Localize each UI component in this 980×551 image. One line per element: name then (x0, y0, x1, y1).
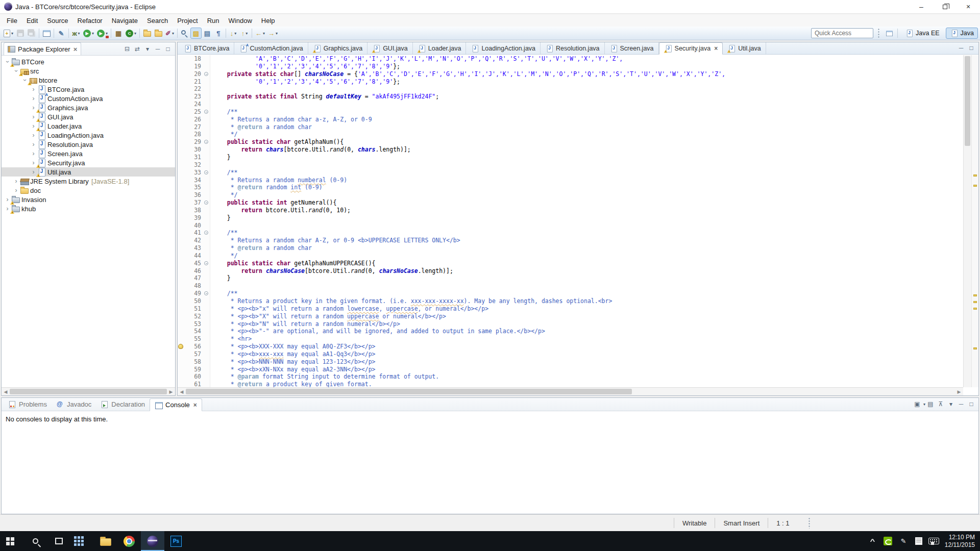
show-whitespace-button[interactable]: ¶ (213, 28, 224, 39)
view-menu-icon[interactable]: ▾ (946, 399, 956, 409)
warning-mark[interactable] (973, 347, 977, 349)
warning-mark[interactable] (973, 308, 977, 310)
pin-console-icon[interactable]: ⊼ (936, 399, 946, 409)
tiles-app-button[interactable] (70, 531, 94, 551)
tree-item-graphics.java[interactable]: ›Graphics.java (2, 103, 175, 112)
scroll-left-icon[interactable]: ◀ (2, 388, 10, 395)
explorer-horizontal-scrollbar[interactable]: ◀ ▶ (2, 387, 175, 395)
editor-tab-util.java[interactable]: Util.java (723, 42, 766, 54)
minimize-window-button[interactable]: – (910, 0, 933, 14)
minimize-view-icon[interactable]: ─ (956, 43, 966, 53)
editor-horizontal-scrollbar[interactable]: ◀ ▶ (178, 387, 963, 395)
tree-item-loadingaction.java[interactable]: ›LoadingAction.java (2, 131, 175, 140)
close-view-icon[interactable]: × (74, 45, 78, 53)
chrome-button[interactable] (117, 531, 141, 551)
print-button[interactable] (41, 28, 52, 39)
chevron-collapsed-icon[interactable]: › (12, 187, 20, 193)
code-editor[interactable]: 18 'A','B','C','D','E','F','G','H','I','… (178, 55, 963, 387)
taskbar-search-button[interactable] (23, 531, 47, 551)
open-perspective-button[interactable] (884, 28, 894, 38)
fold-gutter[interactable] (203, 108, 210, 116)
open-folder-button[interactable] (153, 28, 164, 39)
tree-item-invasion[interactable]: ›Invasion (2, 195, 175, 204)
chevron-collapsed-icon[interactable]: › (30, 95, 37, 102)
tray-expand-button[interactable]: ^ (865, 531, 880, 551)
link-with-editor-icon[interactable]: ⇄ (132, 44, 142, 54)
next-annotation-button[interactable]: ↓▾ (228, 28, 239, 39)
collapse-fold-icon[interactable] (204, 72, 208, 76)
dropdown-arrow-icon[interactable]: ▾ (106, 31, 108, 36)
tree-item-screen.java[interactable]: ›Screen.java (2, 149, 175, 158)
maximize-view-icon[interactable]: □ (966, 399, 976, 409)
scroll-right-icon[interactable]: ▶ (955, 388, 963, 395)
open-console-icon[interactable]: ▣ (912, 399, 922, 409)
dropdown-arrow-icon[interactable]: ▾ (263, 31, 265, 36)
collapse-fold-icon[interactable] (204, 291, 208, 295)
editor-tab-btcore.java[interactable]: BTCore.java (179, 42, 234, 54)
display-selected-console-icon[interactable]: ▤ (925, 399, 936, 409)
menu-run[interactable]: Run (203, 15, 224, 26)
dropdown-arrow-icon[interactable]: ▾ (78, 31, 80, 36)
tree-item-gui.java[interactable]: ›GUI.java (2, 112, 175, 121)
new-java-class-button[interactable]: C▾ (124, 28, 138, 39)
menu-navigate[interactable]: Navigate (107, 15, 142, 26)
menu-window[interactable]: Window (224, 15, 257, 26)
dropdown-arrow-icon[interactable]: ▾ (134, 31, 136, 36)
taskbar-clock[interactable]: 12:10 PM 12/11/2015 (942, 534, 980, 549)
editor-tab-resolution.java[interactable]: Resolution.java (541, 42, 604, 54)
editor-tab-gui.java[interactable]: GUI.java (368, 42, 413, 54)
tree-item-khub[interactable]: ›khub (2, 204, 175, 213)
editor-tab-graphics.java[interactable]: Graphics.java (308, 42, 368, 54)
new-java-project-button[interactable]: ▦ (113, 28, 124, 39)
pen-tray-button[interactable]: ✎ (896, 531, 911, 551)
menu-edit[interactable]: Edit (22, 15, 42, 26)
tree-item-resolution.java[interactable]: ›Resolution.java (2, 140, 175, 149)
menu-search[interactable]: Search (142, 15, 173, 26)
tree-item-btcore[interactable]: ›BTCore (2, 57, 175, 66)
console-tab-console[interactable]: Console× (150, 398, 202, 411)
file-explorer-button[interactable] (94, 531, 117, 551)
maximize-view-icon[interactable]: □ (163, 44, 173, 54)
minimize-view-icon[interactable]: ─ (153, 44, 163, 54)
editor-tab-customaction.java[interactable]: ACustomAction.java (234, 42, 308, 54)
fold-gutter[interactable] (203, 229, 210, 237)
collapse-fold-icon[interactable] (204, 170, 208, 174)
run-button[interactable]: ▶▾ (82, 28, 95, 39)
dropdown-arrow-icon[interactable]: ▾ (276, 31, 278, 36)
tree-item-customaction.java[interactable]: ›ACustomAction.java (2, 94, 175, 103)
tree-item-btcore.java[interactable]: ›BTCore.java (2, 85, 175, 94)
close-window-button[interactable]: × (957, 0, 980, 14)
fold-gutter[interactable] (203, 290, 210, 297)
chevron-collapsed-icon[interactable]: › (30, 151, 37, 157)
warning-mark[interactable] (973, 174, 977, 177)
menu-source[interactable]: Source (42, 15, 72, 26)
menu-help[interactable]: Help (257, 15, 280, 26)
menu-file[interactable]: File (2, 15, 22, 26)
fold-gutter[interactable] (203, 199, 210, 207)
fold-gutter[interactable] (203, 70, 210, 78)
search-button[interactable] (179, 28, 190, 39)
menu-project[interactable]: Project (173, 15, 202, 26)
minimize-view-icon[interactable]: ─ (956, 399, 966, 409)
keyboard-tray-button[interactable] (926, 531, 942, 551)
console-tab-javadoc[interactable]: Javadoc (52, 398, 96, 411)
fold-gutter[interactable] (203, 169, 210, 177)
editor-tab-security.java[interactable]: Security.java× (659, 42, 723, 55)
tree-item-util.java[interactable]: ›Util.java (2, 167, 175, 177)
chevron-collapsed-icon[interactable]: › (12, 178, 20, 184)
paintbrush-button[interactable]: ✐▾ (164, 28, 176, 39)
warning-mark[interactable] (973, 185, 977, 187)
dropdown-arrow-icon[interactable]: ▾ (234, 31, 236, 36)
dropdown-arrow-icon[interactable]: ▾ (172, 31, 174, 36)
perspective-java-button[interactable]: Java (946, 28, 978, 39)
tree-item-doc[interactable]: ›doc (2, 186, 175, 195)
chevron-collapsed-icon[interactable]: › (30, 86, 37, 92)
new-wizard-button[interactable]: +▾ (2, 28, 15, 39)
save-all-button[interactable] (26, 28, 37, 39)
fold-gutter[interactable] (203, 138, 210, 146)
collapse-fold-icon[interactable] (204, 201, 208, 205)
dropdown-arrow-icon[interactable]: ▾ (11, 31, 13, 36)
view-menu-icon[interactable]: ▾ (142, 44, 153, 54)
debug-button[interactable]: ж▾ (70, 28, 82, 39)
photoshop-button[interactable]: Ps (164, 531, 188, 551)
